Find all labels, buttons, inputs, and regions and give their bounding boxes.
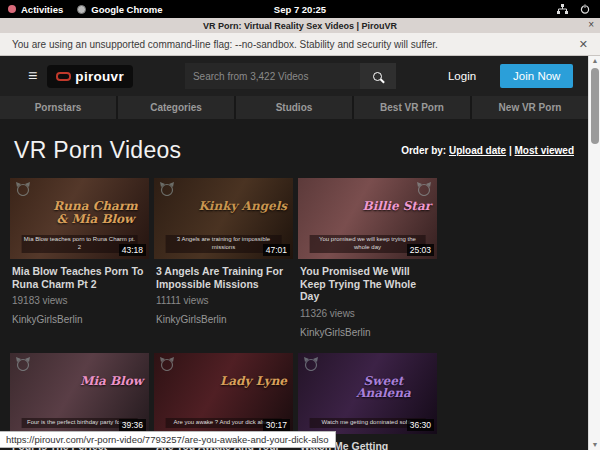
site-header: ≡ pirouvr Login Join Now [0, 56, 588, 96]
studio-watermark-icon [159, 182, 175, 200]
login-link[interactable]: Login [448, 70, 476, 82]
video-views: 19183 views [12, 295, 147, 306]
video-card[interactable]: Runa Charm & Mia Blow Mia Blow teaches p… [10, 178, 149, 348]
video-studio-link[interactable]: KinkyGirlsBerlin [300, 327, 435, 338]
browser-viewport: ≡ pirouvr Login Join Now Pornstars Categ… [0, 56, 600, 450]
scroll-down-icon[interactable]: ▼ [589, 440, 600, 450]
search-button[interactable] [360, 63, 396, 89]
vertical-scrollbar[interactable]: ▲ ▼ [588, 56, 600, 450]
video-card[interactable]: Billie Star You promised we will keep tr… [298, 178, 437, 348]
nav-item-best-vr-porn[interactable]: Best VR Porn [354, 96, 472, 119]
order-by: Order by: Upload date | Most viewed [401, 145, 574, 156]
video-thumbnail[interactable]: Billie Star You promised we will keep tr… [298, 178, 437, 259]
duration-badge: 39:36 [119, 419, 146, 431]
main-nav: Pornstars Categories Studios Best VR Por… [0, 96, 588, 119]
thumbnail-model-name: Lady Lyne [220, 375, 287, 388]
studio-watermark-icon [303, 357, 319, 375]
activities-label: Activities [21, 4, 63, 15]
duration-badge: 30:17 [263, 419, 290, 431]
video-grid: Runa Charm & Mia Blow Mia Blow teaches p… [0, 178, 588, 450]
network-icon[interactable] [557, 4, 568, 14]
app-name-label: Google Chrome [91, 4, 162, 15]
video-title[interactable]: Mia Blow Teaches Porn To Runa Charm Pt 2 [12, 265, 147, 290]
search-input[interactable] [185, 63, 360, 89]
warning-message: You are using an unsupported command-lin… [12, 39, 438, 50]
search-bar [185, 63, 396, 89]
browser-tab[interactable]: VR Porn: Virtual Reality Sex Videos | Pi… [0, 18, 600, 33]
join-now-button[interactable]: Join Now [500, 64, 573, 88]
menu-hamburger-icon[interactable]: ≡ [28, 68, 37, 84]
site-logo[interactable]: pirouvr [47, 65, 133, 88]
nav-item-studios[interactable]: Studios [236, 96, 354, 119]
duration-badge: 36:30 [407, 419, 434, 431]
video-thumbnail[interactable]: Sweet Analena Watch me getting dominated… [298, 353, 437, 434]
nav-item-pornstars[interactable]: Pornstars [0, 96, 118, 119]
video-thumbnail[interactable]: Runa Charm & Mia Blow Mia Blow teaches p… [10, 178, 149, 259]
studio-watermark-icon [416, 182, 432, 200]
studio-watermark-icon [15, 357, 31, 375]
order-most-viewed-link[interactable]: Most viewed [515, 145, 574, 156]
active-app-menu[interactable]: Google Chrome [77, 4, 162, 15]
video-title[interactable]: 3 Angels Are Training For Impossible Mis… [156, 265, 291, 290]
chrome-icon [77, 5, 86, 14]
video-thumbnail[interactable]: Mia Blow Four is the perfect birthday pa… [10, 353, 149, 434]
tab-close-icon[interactable]: × [588, 19, 594, 30]
video-title[interactable]: You Promised We Will Keep Trying The Who… [300, 265, 435, 303]
studio-watermark-icon [159, 357, 175, 375]
scrollbar-thumb[interactable] [591, 68, 599, 144]
thumbnail-model-name: Mia Blow [80, 375, 143, 388]
chrome-warning-bar: You are using an unsupported command-lin… [0, 33, 600, 56]
order-upload-date-link[interactable]: Upload date [449, 145, 506, 156]
duration-badge: 43:18 [119, 244, 146, 256]
clock[interactable]: Sep 7 20:25 [274, 4, 326, 15]
video-card[interactable]: Kinky Angels 3 Angels are training for i… [154, 178, 293, 348]
page-heading-row: VR Porn Videos Order by: Upload date | M… [0, 119, 588, 178]
power-icon[interactable] [580, 4, 590, 14]
video-thumbnail[interactable]: Lady Lyne Are you awake ? And your dick … [154, 353, 293, 434]
system-top-bar: Activities Google Chrome Sep 7 20:25 [0, 0, 600, 18]
link-preview-statusbar: https://pirouvr.com/vr-porn-video/779325… [0, 431, 336, 448]
duration-badge: 25:03 [407, 244, 434, 256]
video-studio-link[interactable]: KinkyGirlsBerlin [12, 314, 147, 325]
vr-headset-icon [56, 72, 71, 81]
scroll-up-icon[interactable]: ▲ [589, 56, 600, 66]
thumbnail-model-name: Sweet Analena [336, 375, 431, 400]
thumbnail-model-name: Kinky Angels [198, 200, 287, 213]
video-views: 11326 views [300, 308, 435, 319]
search-icon [373, 72, 382, 81]
thumbnail-model-name: Billie Star [363, 200, 432, 213]
studio-watermark-icon [15, 182, 31, 200]
video-thumbnail[interactable]: Kinky Angels 3 Angels are training for i… [154, 178, 293, 259]
video-views: 11111 views [156, 295, 291, 306]
video-studio-link[interactable]: KinkyGirlsBerlin [156, 314, 291, 325]
order-by-label: Order by: [401, 145, 446, 156]
logo-text: pirouvr [75, 69, 124, 84]
activities-button[interactable]: Activities [8, 4, 63, 15]
page-title: VR Porn Videos [14, 137, 181, 164]
duration-badge: 47:01 [263, 244, 290, 256]
tab-title: VR Porn: Virtual Reality Sex Videos | Pi… [203, 21, 397, 31]
warning-close-icon[interactable]: ✕ [579, 38, 588, 51]
nav-item-categories[interactable]: Categories [118, 96, 236, 119]
thumbnail-model-name: Runa Charm & Mia Blow [48, 200, 143, 225]
nav-item-new-vr-porn[interactable]: New VR Porn [472, 96, 588, 119]
activities-dot-icon [8, 5, 16, 13]
